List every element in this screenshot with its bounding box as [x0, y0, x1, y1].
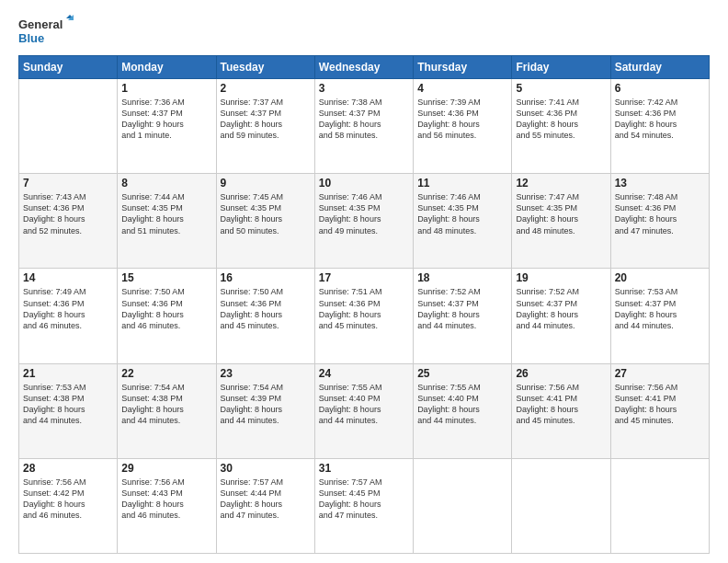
day-info: Sunrise: 7:56 AM Sunset: 4:41 PM Dayligh… [516, 382, 606, 427]
calendar-cell: 28Sunrise: 7:56 AM Sunset: 4:42 PM Dayli… [19, 458, 118, 553]
calendar-week-row: 1Sunrise: 7:36 AM Sunset: 4:37 PM Daylig… [19, 79, 710, 174]
calendar-cell [610, 458, 709, 553]
day-info: Sunrise: 7:43 AM Sunset: 4:36 PM Dayligh… [23, 191, 113, 236]
calendar-cell: 21Sunrise: 7:53 AM Sunset: 4:38 PM Dayli… [19, 363, 118, 458]
calendar-week-row: 28Sunrise: 7:56 AM Sunset: 4:42 PM Dayli… [19, 458, 710, 553]
day-number: 7 [23, 177, 113, 190]
day-number: 6 [615, 82, 705, 95]
day-info: Sunrise: 7:45 AM Sunset: 4:35 PM Dayligh… [221, 191, 311, 236]
calendar-cell: 29Sunrise: 7:56 AM Sunset: 4:43 PM Dayli… [118, 458, 216, 553]
weekday-header-friday: Friday [512, 56, 610, 79]
day-info: Sunrise: 7:54 AM Sunset: 4:39 PM Dayligh… [221, 382, 311, 427]
day-number: 19 [516, 271, 606, 284]
calendar-cell: 15Sunrise: 7:50 AM Sunset: 4:36 PM Dayli… [118, 269, 216, 363]
calendar-cell: 8Sunrise: 7:44 AM Sunset: 4:35 PM Daylig… [118, 174, 216, 269]
weekday-header-thursday: Thursday [414, 56, 512, 79]
day-number: 10 [319, 177, 409, 190]
day-number: 30 [221, 462, 311, 475]
day-number: 11 [417, 177, 507, 190]
calendar-cell: 1Sunrise: 7:36 AM Sunset: 4:37 PM Daylig… [118, 79, 216, 174]
day-number: 24 [319, 367, 409, 380]
calendar-cell: 5Sunrise: 7:41 AM Sunset: 4:36 PM Daylig… [512, 79, 610, 174]
weekday-header-monday: Monday [118, 56, 216, 79]
day-number: 5 [516, 82, 606, 95]
day-info: Sunrise: 7:52 AM Sunset: 4:37 PM Dayligh… [417, 286, 507, 331]
calendar-cell [512, 458, 610, 553]
calendar-cell: 22Sunrise: 7:54 AM Sunset: 4:38 PM Dayli… [118, 363, 216, 458]
calendar-cell: 2Sunrise: 7:37 AM Sunset: 4:37 PM Daylig… [216, 79, 314, 174]
calendar-week-row: 14Sunrise: 7:49 AM Sunset: 4:36 PM Dayli… [19, 269, 710, 363]
day-info: Sunrise: 7:57 AM Sunset: 4:45 PM Dayligh… [319, 477, 409, 522]
day-number: 23 [221, 367, 311, 380]
calendar-cell [19, 79, 118, 174]
logo-svg: General Blue [18, 15, 74, 48]
day-info: Sunrise: 7:39 AM Sunset: 4:36 PM Dayligh… [417, 97, 507, 142]
day-info: Sunrise: 7:47 AM Sunset: 4:35 PM Dayligh… [516, 191, 606, 236]
day-number: 18 [417, 271, 507, 284]
day-number: 15 [121, 271, 211, 284]
calendar-cell: 14Sunrise: 7:49 AM Sunset: 4:36 PM Dayli… [19, 269, 118, 363]
day-info: Sunrise: 7:53 AM Sunset: 4:38 PM Dayligh… [23, 382, 113, 427]
day-info: Sunrise: 7:56 AM Sunset: 4:41 PM Dayligh… [615, 382, 705, 427]
day-number: 12 [516, 177, 606, 190]
day-number: 9 [221, 177, 311, 190]
calendar-cell: 30Sunrise: 7:57 AM Sunset: 4:44 PM Dayli… [216, 458, 314, 553]
day-info: Sunrise: 7:46 AM Sunset: 4:35 PM Dayligh… [319, 191, 409, 236]
day-info: Sunrise: 7:36 AM Sunset: 4:37 PM Dayligh… [121, 97, 211, 142]
calendar-cell: 17Sunrise: 7:51 AM Sunset: 4:36 PM Dayli… [314, 269, 413, 363]
weekday-header-tuesday: Tuesday [216, 56, 314, 79]
day-number: 16 [221, 271, 311, 284]
day-info: Sunrise: 7:57 AM Sunset: 4:44 PM Dayligh… [221, 477, 311, 522]
day-info: Sunrise: 7:55 AM Sunset: 4:40 PM Dayligh… [319, 382, 409, 427]
calendar-week-row: 7Sunrise: 7:43 AM Sunset: 4:36 PM Daylig… [19, 174, 710, 269]
day-number: 25 [417, 367, 507, 380]
day-info: Sunrise: 7:50 AM Sunset: 4:36 PM Dayligh… [121, 286, 211, 331]
weekday-header-row: SundayMondayTuesdayWednesdayThursdayFrid… [19, 56, 710, 79]
weekday-header-sunday: Sunday [19, 56, 118, 79]
calendar-week-row: 21Sunrise: 7:53 AM Sunset: 4:38 PM Dayli… [19, 363, 710, 458]
calendar-cell: 12Sunrise: 7:47 AM Sunset: 4:35 PM Dayli… [512, 174, 610, 269]
day-number: 13 [615, 177, 705, 190]
day-info: Sunrise: 7:50 AM Sunset: 4:36 PM Dayligh… [221, 286, 311, 331]
day-number: 29 [121, 462, 211, 475]
day-info: Sunrise: 7:56 AM Sunset: 4:43 PM Dayligh… [121, 477, 211, 522]
day-info: Sunrise: 7:54 AM Sunset: 4:38 PM Dayligh… [121, 382, 211, 427]
calendar-cell: 25Sunrise: 7:55 AM Sunset: 4:40 PM Dayli… [414, 363, 512, 458]
calendar-cell [414, 458, 512, 553]
day-number: 22 [121, 367, 211, 380]
day-number: 26 [516, 367, 606, 380]
svg-text:General: General [18, 17, 63, 31]
calendar-cell: 18Sunrise: 7:52 AM Sunset: 4:37 PM Dayli… [414, 269, 512, 363]
day-number: 17 [319, 271, 409, 284]
calendar-cell: 23Sunrise: 7:54 AM Sunset: 4:39 PM Dayli… [216, 363, 314, 458]
calendar-cell: 26Sunrise: 7:56 AM Sunset: 4:41 PM Dayli… [512, 363, 610, 458]
weekday-header-saturday: Saturday [610, 56, 709, 79]
calendar-cell: 11Sunrise: 7:46 AM Sunset: 4:35 PM Dayli… [414, 174, 512, 269]
weekday-header-wednesday: Wednesday [314, 56, 413, 79]
svg-text:Blue: Blue [18, 31, 44, 45]
calendar-cell: 10Sunrise: 7:46 AM Sunset: 4:35 PM Dayli… [314, 174, 413, 269]
calendar-cell: 19Sunrise: 7:52 AM Sunset: 4:37 PM Dayli… [512, 269, 610, 363]
day-number: 27 [615, 367, 705, 380]
calendar-cell: 24Sunrise: 7:55 AM Sunset: 4:40 PM Dayli… [314, 363, 413, 458]
calendar-cell: 31Sunrise: 7:57 AM Sunset: 4:45 PM Dayli… [314, 458, 413, 553]
day-number: 3 [319, 82, 409, 95]
day-number: 8 [121, 177, 211, 190]
day-number: 20 [615, 271, 705, 284]
day-info: Sunrise: 7:44 AM Sunset: 4:35 PM Dayligh… [121, 191, 211, 236]
calendar-cell: 9Sunrise: 7:45 AM Sunset: 4:35 PM Daylig… [216, 174, 314, 269]
day-info: Sunrise: 7:55 AM Sunset: 4:40 PM Dayligh… [417, 382, 507, 427]
logo: General Blue [18, 15, 74, 48]
day-number: 2 [221, 82, 311, 95]
day-info: Sunrise: 7:48 AM Sunset: 4:36 PM Dayligh… [615, 191, 705, 236]
day-info: Sunrise: 7:37 AM Sunset: 4:37 PM Dayligh… [221, 97, 311, 142]
calendar-page: General Blue SundayMondayTuesdayWednesda… [0, 0, 728, 563]
day-info: Sunrise: 7:53 AM Sunset: 4:37 PM Dayligh… [615, 286, 705, 331]
day-number: 1 [121, 82, 211, 95]
day-info: Sunrise: 7:42 AM Sunset: 4:36 PM Dayligh… [615, 97, 705, 142]
header: General Blue [18, 15, 710, 48]
day-info: Sunrise: 7:38 AM Sunset: 4:37 PM Dayligh… [319, 97, 409, 142]
calendar-cell: 7Sunrise: 7:43 AM Sunset: 4:36 PM Daylig… [19, 174, 118, 269]
day-number: 28 [23, 462, 113, 475]
day-info: Sunrise: 7:46 AM Sunset: 4:35 PM Dayligh… [417, 191, 507, 236]
